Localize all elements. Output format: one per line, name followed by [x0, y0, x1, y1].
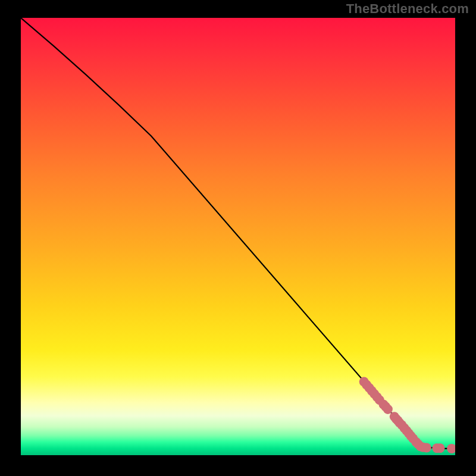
chart-frame: TheBottleneck.com — [0, 0, 476, 476]
marker-group — [359, 377, 455, 453]
data-point-marker — [435, 443, 444, 453]
watermark-text: TheBottleneck.com — [346, 1, 469, 17]
data-point-marker — [383, 405, 393, 414]
data-point-marker — [447, 444, 455, 453]
plot-area — [21, 18, 455, 455]
curve-line — [21, 18, 455, 449]
chart-overlay-svg — [21, 18, 455, 455]
data-point-marker — [422, 443, 431, 452]
